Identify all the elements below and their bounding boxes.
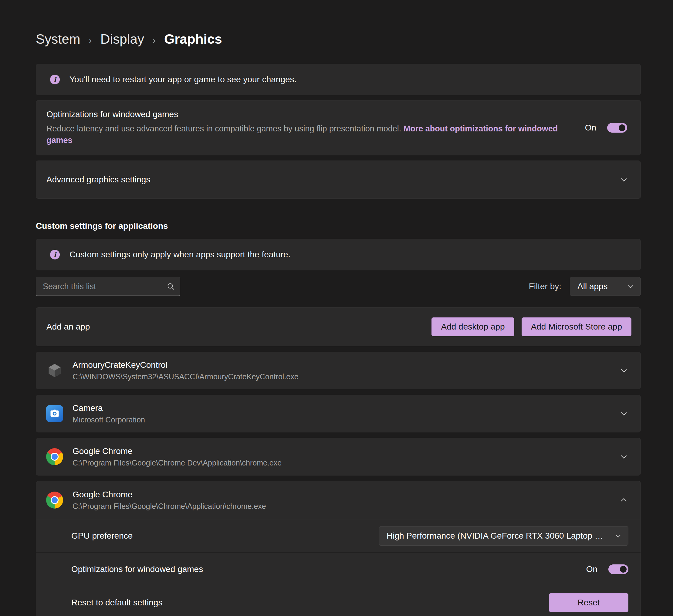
breadcrumb-separator-icon: › xyxy=(89,33,92,45)
restart-banner: i You'll need to restart your app or gam… xyxy=(36,64,641,95)
breadcrumb-system[interactable]: System xyxy=(36,32,80,47)
app-name: Camera xyxy=(72,403,145,413)
chevron-down-icon xyxy=(614,532,622,540)
toggle-knob xyxy=(619,125,625,131)
app-row-chrome-expanded: Google Chrome C:\Program Files\Google\Ch… xyxy=(36,481,641,616)
restart-banner-text: You'll need to restart your app or game … xyxy=(69,75,296,84)
add-app-buttons: Add desktop app Add Microsoft Store app xyxy=(431,318,631,336)
optimizations-description: Reduce latency and use advanced features… xyxy=(46,123,564,146)
optimizations-toggle-label: On xyxy=(585,123,596,133)
filter-dropdown-value: All apps xyxy=(578,281,608,291)
app-optimizations-toggle-label: On xyxy=(586,564,598,574)
optimizations-description-text: Reduce latency and use advanced features… xyxy=(46,124,401,133)
app-name: Google Chrome xyxy=(72,446,281,456)
app-info: Camera Microsoft Corporation xyxy=(72,403,145,424)
add-app-label: Add an app xyxy=(46,322,90,332)
app-optimizations-toggle[interactable] xyxy=(608,564,628,574)
gpu-preference-value: High Performance (NVIDIA GeForce RTX 306… xyxy=(387,531,608,541)
app-name: Google Chrome xyxy=(72,490,266,499)
app-path: C:\WINDOWS\System32\ASUSACCI\ArmouryCrat… xyxy=(72,372,298,381)
chevron-down-icon[interactable] xyxy=(619,452,628,461)
breadcrumb: System › Display › Graphics xyxy=(36,32,641,47)
app-path: C:\Program Files\Google\Chrome Dev\Appli… xyxy=(72,458,281,467)
advanced-graphics-settings-label: Advanced graphics settings xyxy=(46,175,150,185)
app-info: ArmouryCrateKeyControl C:\WINDOWS\System… xyxy=(72,360,298,381)
custom-settings-header: Custom settings for applications xyxy=(36,221,641,231)
app-row-camera[interactable]: Camera Microsoft Corporation xyxy=(36,395,641,432)
optimizations-title: Optimizations for windowed games xyxy=(46,110,564,119)
armourycrate-icon xyxy=(46,362,63,379)
filter-area: Filter by: All apps xyxy=(529,277,641,296)
app-optimizations-row: Optimizations for windowed games On xyxy=(36,552,641,586)
optimizations-card: Optimizations for windowed games Reduce … xyxy=(36,100,641,155)
chrome-icon xyxy=(46,448,63,465)
app-name: ArmouryCrateKeyControl xyxy=(72,360,298,370)
chrome-icon xyxy=(46,491,63,509)
gpu-preference-dropdown[interactable]: High Performance (NVIDIA GeForce RTX 306… xyxy=(379,526,628,546)
chevron-up-icon[interactable] xyxy=(619,495,628,504)
add-app-row: Add an app Add desktop app Add Microsoft… xyxy=(36,307,641,346)
search-box xyxy=(36,277,180,296)
app-path: C:\Program Files\Google\Chrome\Applicati… xyxy=(72,502,266,511)
search-filter-row: Filter by: All apps xyxy=(36,277,641,296)
reset-label: Reset to default settings xyxy=(71,598,162,608)
info-icon: i xyxy=(50,75,60,84)
optimizations-toggle-area: On xyxy=(585,123,627,133)
chevron-down-icon[interactable] xyxy=(619,409,628,418)
chevron-down-icon xyxy=(619,175,628,184)
app-optimizations-toggle-area: On xyxy=(586,564,628,574)
reset-button[interactable]: Reset xyxy=(549,593,628,612)
gpu-preference-label: GPU preference xyxy=(71,531,133,541)
app-info: Google Chrome C:\Program Files\Google\Ch… xyxy=(72,446,281,467)
search-input[interactable] xyxy=(36,277,180,296)
search-icon[interactable] xyxy=(166,282,175,291)
chevron-down-icon[interactable] xyxy=(619,366,628,375)
optimizations-text: Optimizations for windowed games Reduce … xyxy=(46,110,585,146)
toggle-knob xyxy=(620,566,627,573)
app-row-chrome-header[interactable]: Google Chrome C:\Program Files\Google\Ch… xyxy=(36,481,641,519)
custom-settings-banner: i Custom settings only apply when apps s… xyxy=(36,239,641,270)
page-title: Graphics xyxy=(164,32,222,47)
gpu-preference-row: GPU preference High Performance (NVIDIA … xyxy=(36,519,641,552)
app-row-armourycrate[interactable]: ArmouryCrateKeyControl C:\WINDOWS\System… xyxy=(36,352,641,389)
custom-settings-banner-text: Custom settings only apply when apps sup… xyxy=(69,250,290,259)
camera-app-icon xyxy=(46,405,63,422)
filter-dropdown[interactable]: All apps xyxy=(570,277,641,296)
chevron-down-icon xyxy=(627,282,635,290)
app-optimizations-label: Optimizations for windowed games xyxy=(71,564,203,574)
breadcrumb-separator-icon: › xyxy=(153,33,156,45)
reset-row: Reset to default settings Reset xyxy=(36,586,641,616)
graphics-settings-page: System › Display › Graphics i You'll nee… xyxy=(36,0,641,616)
breadcrumb-display[interactable]: Display xyxy=(100,32,144,47)
optimizations-toggle[interactable] xyxy=(607,123,627,133)
app-publisher: Microsoft Corporation xyxy=(72,415,145,424)
add-desktop-app-button[interactable]: Add desktop app xyxy=(431,318,514,336)
filter-by-label: Filter by: xyxy=(529,281,562,291)
app-info: Google Chrome C:\Program Files\Google\Ch… xyxy=(72,490,266,511)
info-icon: i xyxy=(50,250,60,259)
app-row-chrome-dev[interactable]: Google Chrome C:\Program Files\Google\Ch… xyxy=(36,438,641,475)
advanced-graphics-settings-row[interactable]: Advanced graphics settings xyxy=(36,161,641,199)
add-store-app-button[interactable]: Add Microsoft Store app xyxy=(521,318,631,336)
